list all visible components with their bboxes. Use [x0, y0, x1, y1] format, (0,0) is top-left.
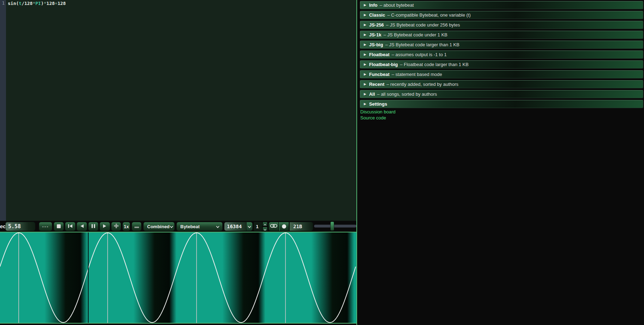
code-size-counter: 21B: [289, 222, 313, 231]
select-arrow-icon: [216, 224, 219, 229]
expand-arrow-icon: ▶: [364, 83, 366, 86]
spinner-down-button[interactable]: [263, 227, 267, 231]
section-desc: – Floatbeat code larger than 1 KB: [400, 62, 469, 67]
expand-arrow-icon: ▶: [364, 4, 366, 7]
expand-arrow-icon: ▶: [364, 102, 366, 106]
section-label: JS-256: [369, 22, 384, 28]
section-classic[interactable]: ▶Classic– C-compatible Bytebeat, one var…: [360, 11, 643, 19]
speed-decrease-button[interactable]: [132, 222, 142, 231]
code-line[interactable]: sin(t/128*PI)*128+128: [8, 1, 66, 6]
code-token: PI: [35, 1, 41, 6]
section-floatbeat[interactable]: ▶Floatbeat– assumes output is -1 to 1: [360, 51, 643, 59]
section-label: Recent: [369, 82, 384, 87]
section-label: Classic: [369, 12, 385, 18]
draw-mode-select[interactable]: Combined: [143, 222, 175, 231]
section-desc: – JS Bytebeat code under 256 bytes: [386, 22, 460, 28]
play-backwards-button[interactable]: [77, 222, 87, 231]
section-funcbeat[interactable]: ▶Funcbeat– statement based mode: [360, 70, 643, 78]
code-token: 128: [47, 1, 55, 6]
record-button[interactable]: [279, 222, 289, 231]
section-desc: – recently added, sorted by authors: [386, 82, 458, 87]
panel-divider: [356, 0, 357, 325]
copy-link-button[interactable]: [269, 222, 279, 231]
volume-slider-track[interactable]: [314, 225, 356, 228]
expand-arrow-icon: ▶: [364, 63, 366, 66]
volume-slider-thumb[interactable]: [330, 221, 334, 231]
rate-multiplier-value: 1: [254, 224, 259, 229]
stop-icon: [57, 223, 61, 230]
source-code-link[interactable]: Source code: [360, 115, 386, 120]
code-token: /: [22, 1, 24, 6]
sine-wave: [0, 233, 356, 323]
section-label: Info: [369, 2, 378, 8]
code-token: +: [55, 1, 58, 6]
song-type-value: Bytebeat: [180, 224, 200, 229]
select-arrow-icon: [170, 224, 173, 229]
line-number: 1: [0, 1, 5, 6]
time-counter-value: 5.58: [6, 223, 21, 230]
minus-icon: [134, 223, 139, 230]
section-label: Settings: [369, 101, 387, 107]
section-label: All: [369, 91, 375, 97]
waveform-scale-label: ---: [42, 224, 49, 229]
rate-multiplier-input[interactable]: 1: [254, 222, 262, 231]
section-js-256[interactable]: ▶JS-256– JS Bytebeat code under 256 byte…: [360, 21, 643, 29]
pause-button[interactable]: [88, 222, 98, 231]
discussion-board-link[interactable]: Discussion board: [360, 109, 396, 114]
section-recent[interactable]: ▶Recent– recently added, sorted by autho…: [360, 80, 643, 88]
link-icon: [270, 223, 277, 230]
code-token: ): [41, 1, 44, 6]
code-size-value: 21B: [290, 224, 302, 229]
expand-arrow-icon: ▶: [364, 33, 366, 36]
stop-button[interactable]: [54, 222, 64, 231]
time-counter-input[interactable]: 5.58: [5, 222, 35, 231]
code-token: t: [19, 1, 22, 6]
skip-to-start-icon: [68, 223, 73, 230]
draw-mode-value: Combined: [147, 224, 170, 229]
section-js-big[interactable]: ▶JS-big– JS Bytebeat code larger than 1 …: [360, 41, 643, 49]
plus-icon: [114, 223, 119, 230]
section-floatbeat-big[interactable]: ▶Floatbeat-big– Floatbeat code larger th…: [360, 60, 643, 69]
section-all[interactable]: ▶All– all songs, sorted by authors: [360, 90, 643, 98]
section-label: JS-1k: [369, 32, 381, 37]
playback-speed-button[interactable]: 1x: [122, 222, 130, 231]
sample-rate-select[interactable]: 16384: [224, 222, 253, 231]
code-token: 128: [58, 1, 66, 6]
expand-arrow-icon: ▶: [364, 23, 366, 26]
section-desc: – JS Bytebeat code larger than 1 KB: [385, 42, 459, 47]
section-settings[interactable]: ▶Settings: [360, 100, 643, 108]
code-token: sin(: [8, 1, 19, 6]
section-label: Floatbeat: [369, 52, 390, 57]
chevron-down-icon: [264, 226, 266, 232]
section-desc: – about bytebeat: [380, 2, 414, 8]
section-desc: – assumes output is -1 to 1: [392, 52, 447, 57]
section-label: Funcbeat: [369, 72, 390, 77]
section-label: Floatbeat-big: [369, 62, 398, 67]
play-button[interactable]: [100, 222, 110, 231]
waveform-scale-button[interactable]: ---: [39, 222, 52, 231]
speed-increase-button[interactable]: [111, 222, 121, 231]
section-js-1k[interactable]: ▶JS-1k– JS Bytebeat code under 1 KB: [360, 31, 643, 39]
expand-arrow-icon: ▶: [364, 13, 366, 17]
expand-arrow-icon: ▶: [364, 43, 366, 46]
section-desc: – all songs, sorted by authors: [377, 91, 437, 97]
play-icon: [103, 223, 107, 230]
playback-toolbar: ec 5.58 ---: [0, 221, 356, 232]
section-info[interactable]: ▶Info– about bytebeat: [360, 1, 643, 9]
sample-rate-value: 16384: [224, 224, 242, 229]
section-desc: – JS Bytebeat code under 1 KB: [384, 32, 447, 37]
sample-rate-value-area: 16384: [224, 222, 246, 231]
section-desc: – C-compatible Bytebeat, one variable (t…: [387, 12, 470, 18]
waveform-border: [0, 323, 356, 324]
song-type-select[interactable]: Bytebeat: [176, 222, 223, 231]
sample-rate-arrow[interactable]: [246, 222, 252, 231]
playback-cursor-line: [88, 232, 89, 323]
expand-arrow-icon: ▶: [364, 93, 366, 96]
section-label: JS-big: [369, 42, 383, 47]
pause-icon: [91, 223, 95, 230]
skip-to-start-button[interactable]: [65, 222, 76, 231]
code-token: 128: [24, 1, 32, 6]
rate-multiplier-spinner: [263, 222, 267, 231]
code-editor[interactable]: 1 sin(t/128*PI)*128+128: [0, 0, 356, 221]
expand-arrow-icon: ▶: [364, 73, 366, 76]
